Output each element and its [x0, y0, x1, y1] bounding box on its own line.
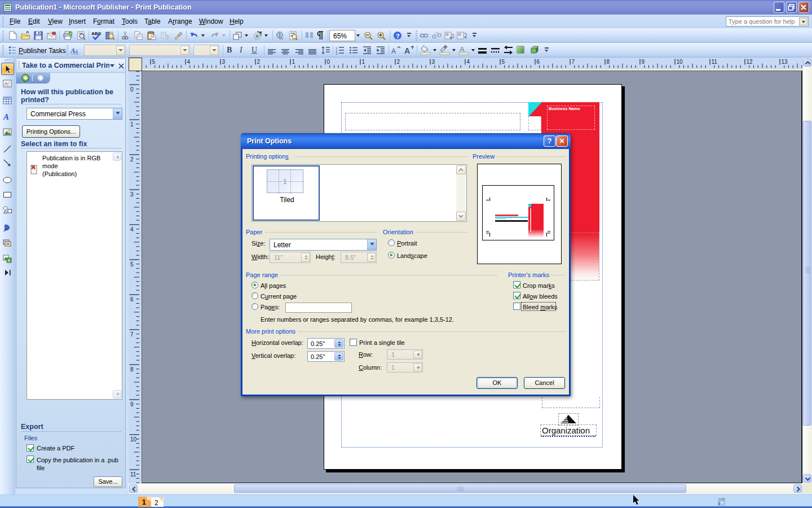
svg-text:6: 6 [130, 296, 134, 303]
svg-text:?: ? [396, 33, 400, 40]
svg-text:0: 0 [327, 59, 330, 65]
svg-text:8: 8 [607, 59, 610, 65]
svg-text:4: 4 [75, 49, 78, 55]
svg-text:3: 3 [222, 59, 226, 65]
svg-text:3: 3 [130, 191, 134, 198]
svg-text:A: A [5, 81, 8, 86]
svg-text:2: 2 [257, 59, 261, 65]
svg-text:5: 5 [130, 261, 134, 268]
svg-text:7: 7 [572, 59, 575, 65]
svg-text:10: 10 [677, 59, 683, 65]
svg-text:0: 0 [130, 86, 134, 93]
svg-text:2: 2 [130, 156, 134, 163]
svg-text:11: 11 [130, 471, 136, 478]
svg-text:1: 1 [362, 59, 365, 65]
svg-text:6: 6 [537, 59, 540, 65]
svg-text:A: A [404, 46, 410, 55]
svg-text:1: 1 [130, 121, 134, 128]
svg-text:2: 2 [397, 59, 400, 65]
svg-text:5: 5 [502, 59, 505, 65]
svg-text:10: 10 [130, 436, 137, 443]
svg-text:A: A [3, 112, 9, 121]
svg-text:13: 13 [782, 59, 788, 65]
svg-text:8: 8 [130, 366, 134, 373]
svg-text:11: 11 [712, 59, 718, 65]
svg-text:9: 9 [642, 59, 645, 65]
svg-text:1: 1 [292, 59, 295, 65]
svg-text:A: A [391, 47, 396, 55]
svg-text:12: 12 [747, 59, 753, 65]
svg-text:3: 3 [432, 59, 435, 65]
svg-text:A: A [8, 259, 11, 262]
svg-text:7: 7 [130, 331, 134, 338]
svg-text:4: 4 [187, 59, 191, 65]
svg-text:3: 3 [336, 52, 338, 55]
svg-text:5: 5 [152, 59, 156, 65]
svg-text:4: 4 [130, 226, 134, 233]
svg-text:4: 4 [467, 59, 470, 65]
svg-text:9: 9 [130, 401, 134, 408]
